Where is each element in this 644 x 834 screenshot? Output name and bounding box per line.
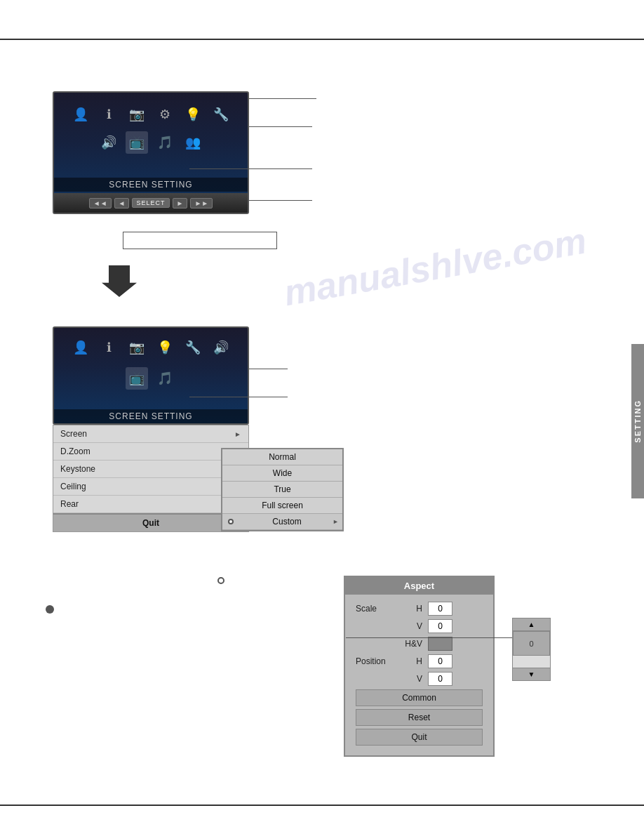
- submenu-rear[interactable]: Rear ►: [53, 496, 248, 513]
- option-wide[interactable]: Wide: [222, 465, 342, 482]
- aspect-reset-label: Reset: [408, 713, 430, 722]
- top-menu-title: SCREEN SETTING: [54, 178, 248, 192]
- arrow-down-container: [102, 265, 137, 297]
- aspect-body: Scale H 0 V 0 H&V Position H 0: [345, 595, 493, 755]
- submenu-dzoom[interactable]: D.Zoom ►: [53, 443, 248, 461]
- bottom-menu-screen: 👤 ℹ 📷 💡 🔧 🔊 📺 🎵 SCREEN SETTING: [53, 326, 249, 425]
- icon-screen2-highlighted: 📺: [126, 367, 148, 390]
- ctrl-select[interactable]: SELECT: [132, 198, 169, 208]
- icon-speaker: 🔊: [98, 131, 120, 154]
- arrow-down-shape: [102, 265, 137, 297]
- icon-tools2: 🔧: [182, 336, 204, 359]
- aspect-reset-button[interactable]: Reset: [356, 709, 483, 726]
- aspect-h-label: H: [398, 604, 422, 614]
- icon-music: 🎵: [154, 131, 176, 154]
- right-tab-label: SETTING: [633, 399, 642, 443]
- aspect-h-value-text: 0: [438, 604, 443, 614]
- ann-line-2: [249, 126, 312, 127]
- option-true[interactable]: True: [222, 482, 342, 498]
- submenu-screen[interactable]: Screen ►: [53, 425, 248, 443]
- submenu-quit-label: Quit: [142, 518, 159, 528]
- ann-line-6: [189, 397, 288, 397]
- option-normal-label: Normal: [228, 452, 337, 462]
- icon-screen-highlighted: 📺: [126, 131, 148, 154]
- ctrl-rewind[interactable]: ◄◄: [89, 198, 112, 208]
- submenu-keystone[interactable]: Keystone ►: [53, 461, 248, 478]
- option-normal[interactable]: Normal: [222, 449, 342, 465]
- icon-light2: 💡: [154, 336, 176, 359]
- icon-camera: 📷: [126, 103, 148, 126]
- scrollbar-panel: ▲ 0 ▼: [512, 618, 551, 681]
- aspect-pos-h-value[interactable]: 0: [428, 654, 452, 668]
- scroll-track: 0: [513, 631, 550, 668]
- scroll-value: 0: [529, 640, 533, 648]
- aspect-quit-button[interactable]: Quit: [356, 729, 483, 746]
- watermark: manualshlve.com: [281, 220, 589, 315]
- aspect-common-label: Common: [402, 693, 436, 703]
- submenu-dzoom-label: D.Zoom: [60, 446, 90, 456]
- icon-tools: 🔧: [210, 103, 232, 126]
- aspect-hv-box: [428, 637, 452, 651]
- aspect-v-label: V: [398, 621, 422, 631]
- custom-indicator-dot: [217, 577, 224, 584]
- icon-person2: 👤: [69, 336, 92, 359]
- icon-light: 💡: [182, 103, 204, 126]
- submenu-ceiling-label: Ceiling: [60, 482, 86, 491]
- ctrl-next[interactable]: ►: [173, 198, 188, 208]
- icon-settings: ⚙: [154, 103, 176, 126]
- right-side-tab: SETTING: [631, 344, 644, 498]
- ann-box-bottom: [123, 232, 277, 249]
- aspect-common-button[interactable]: Common: [356, 689, 483, 706]
- option-fullscreen-label: Full screen: [228, 501, 337, 510]
- icon-music2: 🎵: [154, 367, 176, 390]
- aspect-pos-h-value-text: 0: [438, 656, 443, 666]
- option-custom-label: Custom: [237, 517, 337, 527]
- scroll-up-button[interactable]: ▲: [513, 618, 550, 631]
- ann-line-1: [249, 98, 312, 99]
- icon-person: 👤: [69, 103, 92, 126]
- aspect-pos-h-row: Position H 0: [356, 654, 483, 668]
- submenu-quit[interactable]: Quit: [53, 513, 248, 531]
- option-custom[interactable]: Custom ►: [222, 514, 342, 530]
- ann-line-1b: [311, 98, 316, 99]
- option-fullscreen[interactable]: Full screen: [222, 498, 342, 514]
- aspect-scale-label: Scale: [356, 604, 398, 614]
- ctrl-forward[interactable]: ►►: [190, 198, 213, 208]
- ann-line-scroll: [346, 637, 512, 638]
- aspect-scale-v-row: V 0: [356, 619, 483, 633]
- submenu-ceiling[interactable]: Ceiling ►: [53, 478, 248, 496]
- option-true-label: True: [228, 484, 337, 494]
- bottom-menu-title: SCREEN SETTING: [54, 409, 248, 423]
- ann-line-5: [249, 369, 288, 369]
- icon-speaker2: 🔊: [210, 336, 232, 359]
- aspect-pos-v-value-text: 0: [438, 674, 443, 684]
- option-custom-arrow: ►: [333, 518, 339, 525]
- top-menu-container: 👤 ℹ 📷 ⚙ 💡 🔧 🔊 📺 🎵 👥 SCREEN SETTING ◄◄ ◄ …: [53, 91, 249, 214]
- aspect-pos-v-value[interactable]: 0: [428, 672, 452, 686]
- aspect-quit-label: Quit: [411, 732, 427, 742]
- aspect-v-value-text: 0: [438, 621, 443, 631]
- option-wide-label: Wide: [228, 468, 337, 478]
- bottom-menu-icons: 👤 ℹ 📷 💡 🔧 🔊 📺 🎵: [54, 328, 248, 398]
- icon-info: ℹ: [98, 103, 120, 126]
- icon-people: 👥: [182, 131, 204, 154]
- ann-line-4: [249, 200, 312, 201]
- icon-info2: ℹ: [98, 336, 120, 359]
- ctrl-prev[interactable]: ◄: [114, 198, 130, 208]
- option-custom-dot: [228, 519, 234, 524]
- bottom-border: [0, 805, 644, 806]
- scroll-thumb[interactable]: 0: [513, 631, 550, 656]
- aspect-hv-label: H&V: [398, 639, 422, 649]
- screen-options-panel: Normal Wide True Full screen Custom ►: [221, 448, 344, 531]
- aspect-h-value[interactable]: 0: [428, 602, 452, 616]
- aspect-scale-h-row: Scale H 0: [356, 602, 483, 616]
- scroll-down-button[interactable]: ▼: [513, 668, 550, 680]
- aspect-v-value[interactable]: 0: [428, 619, 452, 633]
- submenu-screen-label: Screen: [60, 429, 87, 439]
- submenu-rear-label: Rear: [60, 499, 79, 509]
- icon-camera2: 📷: [126, 336, 148, 359]
- top-menu-icons: 👤 ℹ 📷 ⚙ 💡 🔧 🔊 📺 🎵 👥: [54, 93, 248, 164]
- top-menu-controls: ◄◄ ◄ SELECT ► ►►: [54, 193, 248, 213]
- submenu-container: Screen ► D.Zoom ► Keystone ► Ceiling ► R…: [53, 425, 249, 532]
- bottom-menu-container: 👤 ℹ 📷 💡 🔧 🔊 📺 🎵 SCREEN SETTING: [53, 326, 249, 425]
